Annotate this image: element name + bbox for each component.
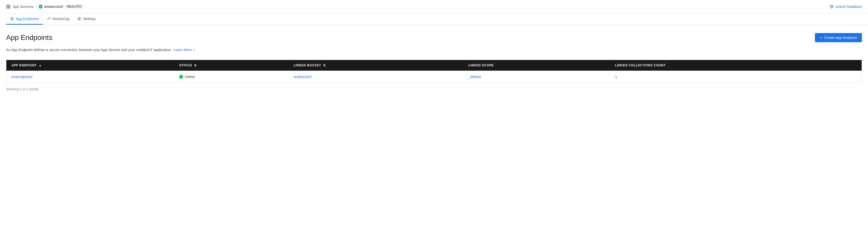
main-content: App Endpoints + Create App Endpoint An A… [0, 25, 868, 99]
tabs-bar: App Endpoints Monitoring Settings [0, 13, 868, 25]
svg-point-7 [11, 18, 12, 18]
col-scope: LINKED SCOPE [463, 60, 610, 71]
breadcrumb: App Services / ✓ testservice2 HEALTHY [6, 4, 84, 9]
plus-icon: + [820, 36, 822, 40]
tab-app-endpoints[interactable]: App Endpoints [6, 13, 43, 25]
table-body: testendpoint2 ✓ Online testbucket2 _defa… [6, 71, 862, 83]
app-services-link[interactable]: App Services [13, 5, 34, 9]
breadcrumb-separator: / [36, 5, 37, 9]
scope-link[interactable]: _default [468, 75, 481, 79]
cell-bucket: testbucket2 [288, 71, 463, 83]
status-badge: HEALTHY [65, 4, 84, 9]
tab-app-endpoints-label: App Endpoints [16, 17, 39, 21]
bucket-link[interactable]: testbucket2 [293, 75, 312, 79]
svg-point-6 [12, 20, 13, 20]
breadcrumb-service: ✓ testservice2 HEALTHY [39, 4, 84, 9]
col-endpoint: APP ENDPOINT ▲ [6, 60, 174, 71]
endpoints-icon [10, 17, 14, 21]
endpoints-table: APP ENDPOINT ▲ STATUS ⇅ LINKED BUCKET ⇅ … [6, 60, 862, 83]
svg-point-8 [79, 18, 80, 20]
sort-status-icon: ⇅ [194, 64, 197, 67]
svg-rect-1 [9, 5, 10, 6]
status-text: Online [185, 75, 195, 79]
table-header: APP ENDPOINT ▲ STATUS ⇅ LINKED BUCKET ⇅ … [6, 60, 862, 71]
database-icon [830, 5, 834, 9]
tab-monitoring[interactable]: Monitoring [43, 13, 73, 25]
svg-rect-2 [7, 7, 8, 8]
showing-results-label: Showing 1 of 1 results [6, 87, 862, 91]
svg-rect-3 [9, 7, 10, 8]
app-services-icon [6, 4, 11, 9]
create-btn-label: Create App Endpoint [824, 36, 857, 40]
learn-more-link[interactable]: Learn More [174, 48, 195, 52]
cell-status: ✓ Online [174, 71, 289, 83]
tab-settings-label: Settings [83, 17, 96, 21]
cell-scope: _default [463, 71, 610, 83]
service-name: testservice2 [44, 5, 63, 9]
online-dot-icon: ✓ [179, 75, 183, 79]
linked-database-label: Linked Database [835, 5, 862, 9]
svg-point-5 [11, 19, 12, 19]
cell-collections-count: 1 [610, 71, 862, 83]
cell-endpoint: testendpoint2 [6, 71, 174, 83]
col-collections: LINKED COLLECTIONS COUNT [610, 60, 862, 71]
settings-icon [77, 17, 81, 21]
tab-monitoring-label: Monitoring [53, 17, 69, 21]
tab-settings[interactable]: Settings [73, 13, 100, 25]
status-cell: ✓ Online [179, 75, 284, 79]
create-app-endpoint-button[interactable]: + Create App Endpoint [815, 33, 862, 42]
monitoring-icon [47, 17, 51, 21]
top-bar: App Services / ✓ testservice2 HEALTHY Li… [0, 0, 868, 13]
page-header: App Endpoints + Create App Endpoint [6, 33, 862, 42]
sort-endpoint-icon: ▲ [39, 64, 42, 67]
table-row: testendpoint2 ✓ Online testbucket2 _defa… [6, 71, 862, 83]
collections-count-link[interactable]: 1 [615, 75, 617, 79]
sort-bucket-icon: ⇅ [323, 64, 326, 67]
page-title: App Endpoints [6, 34, 52, 42]
page-description: An App Endpoint defines a secure connect… [6, 47, 862, 53]
svg-point-4 [830, 5, 833, 6]
svg-rect-0 [7, 5, 8, 6]
col-status: STATUS ⇅ [174, 60, 289, 71]
healthy-icon: ✓ [39, 5, 43, 9]
col-bucket: LINKED BUCKET ⇅ [288, 60, 463, 71]
linked-database-link[interactable]: Linked Database [830, 5, 862, 9]
endpoint-link[interactable]: testendpoint2 [11, 75, 33, 79]
